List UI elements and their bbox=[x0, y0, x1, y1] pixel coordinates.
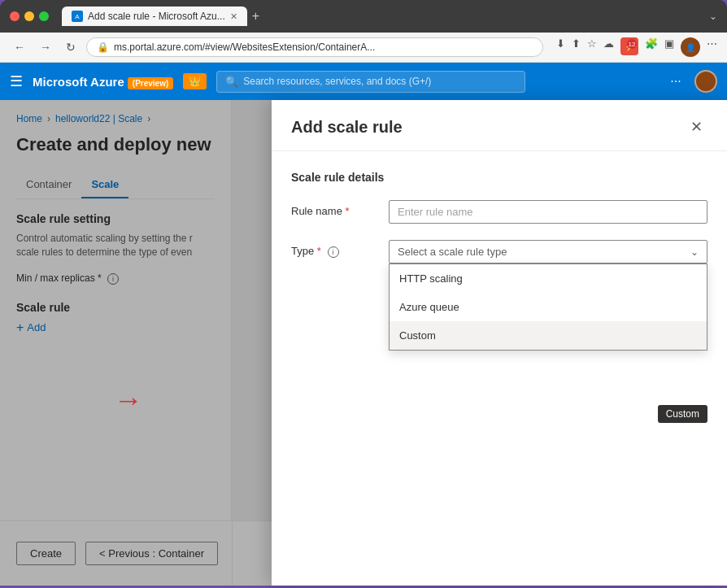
dialog-body: Scale rule details Rule name * Type * i bbox=[272, 151, 727, 586]
chevron-down-icon: ⌄ bbox=[690, 246, 699, 258]
tooltip-custom: Custom bbox=[658, 405, 707, 423]
puzzle-icon[interactable]: 🧩 bbox=[645, 37, 658, 57]
tab-label: Add scale rule - Microsoft Azu... bbox=[88, 11, 225, 22]
dropdown-item-custom[interactable]: Custom bbox=[390, 321, 707, 350]
dialog-close-button[interactable]: ✕ bbox=[686, 116, 707, 137]
share-icon[interactable]: ⬆ bbox=[572, 37, 581, 57]
address-bar: ← → ↻ 🔒 ms.portal.azure.com/#view/Websit… bbox=[0, 33, 727, 63]
extensions-icon[interactable]: ⚡ 12 bbox=[620, 37, 638, 55]
close-traffic-light[interactable] bbox=[10, 11, 20, 21]
rule-name-label: Rule name * bbox=[291, 200, 389, 217]
azure-search-box[interactable]: 🔍 Search resources, services, and docs (… bbox=[216, 71, 525, 93]
hamburger-menu-icon[interactable]: ☰ bbox=[10, 72, 23, 90]
add-scale-rule-dialog: Add scale rule ✕ Scale rule details Rule… bbox=[272, 100, 727, 586]
notification-badge: 12 bbox=[627, 39, 637, 49]
required-indicator-type: * bbox=[317, 245, 321, 257]
preview-badge: (Preview) bbox=[128, 77, 173, 89]
dropdown-item-http[interactable]: HTTP scaling bbox=[390, 264, 707, 293]
type-row: Type * i Select a scale rule type ⌄ HTTP… bbox=[291, 240, 707, 264]
dropdown-item-azure-queue[interactable]: Azure queue bbox=[390, 293, 707, 321]
rule-name-field bbox=[389, 200, 707, 224]
tab-close-button[interactable]: ✕ bbox=[230, 11, 237, 22]
dialog-section-title: Scale rule details bbox=[291, 171, 707, 184]
type-dropdown[interactable]: Select a scale rule type ⌄ bbox=[389, 240, 707, 264]
search-placeholder: Search resources, services, and docs (G+… bbox=[243, 76, 431, 87]
minimize-traffic-light[interactable] bbox=[24, 11, 34, 21]
tab-chevron-icon: ⌄ bbox=[709, 11, 717, 22]
browser-tab[interactable]: A Add scale rule - Microsoft Azu... ✕ bbox=[62, 7, 247, 26]
tab-favicon: A bbox=[72, 11, 83, 22]
browser-toolbar-icons: ⬇ ⬆ ☆ ☁ ⚡ 12 🧩 ▣ 👤 ⋯ bbox=[556, 37, 717, 57]
required-indicator: * bbox=[346, 205, 350, 217]
azure-dots-icon[interactable]: ··· bbox=[664, 69, 688, 94]
back-button[interactable]: ← bbox=[10, 39, 29, 55]
arrow-indicator: → bbox=[114, 383, 143, 417]
new-tab-button[interactable]: + bbox=[247, 9, 264, 24]
dropdown-menu: HTTP scaling Azure queue Custom bbox=[389, 264, 707, 351]
sidebar-icon[interactable]: ▣ bbox=[664, 37, 674, 57]
bookmark-icon[interactable]: ☆ bbox=[587, 37, 597, 57]
dialog-header: Add scale rule ✕ bbox=[272, 100, 727, 151]
user-avatar[interactable]: 👤 bbox=[681, 37, 700, 57]
type-label: Type * i bbox=[291, 240, 389, 258]
address-text: ms.portal.azure.com/#view/WebsitesExtens… bbox=[114, 41, 375, 53]
maximize-traffic-light[interactable] bbox=[39, 11, 49, 21]
azure-navbar: ☰ Microsoft Azure(Preview) 👑 🔍 Search re… bbox=[0, 63, 727, 100]
forward-button[interactable]: → bbox=[36, 39, 55, 55]
crown-icon: 👑 bbox=[183, 73, 207, 89]
azure-user-avatar[interactable] bbox=[694, 70, 717, 93]
rule-name-row: Rule name * bbox=[291, 200, 707, 224]
dropdown-placeholder: Select a scale rule type bbox=[398, 246, 507, 258]
type-dropdown-wrapper: Select a scale rule type ⌄ HTTP scaling … bbox=[389, 240, 707, 264]
address-input[interactable]: 🔒 ms.portal.azure.com/#view/WebsitesExte… bbox=[86, 37, 543, 57]
account-icon[interactable]: ☁ bbox=[603, 37, 614, 57]
type-info-icon[interactable]: i bbox=[328, 246, 339, 258]
download-icon[interactable]: ⬇ bbox=[556, 37, 565, 57]
dialog-title: Add scale rule bbox=[291, 118, 403, 137]
azure-logo: Microsoft Azure(Preview) bbox=[33, 75, 173, 89]
red-arrow-icon: → bbox=[114, 383, 143, 416]
rule-name-input[interactable] bbox=[389, 200, 707, 224]
refresh-button[interactable]: ↻ bbox=[62, 39, 80, 55]
more-options-icon[interactable]: ⋯ bbox=[707, 37, 717, 57]
